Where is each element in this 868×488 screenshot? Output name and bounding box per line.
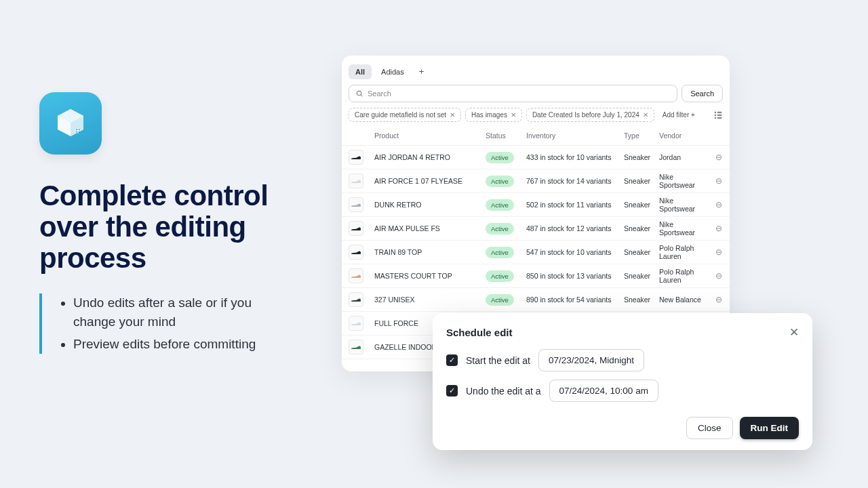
shoe-icon <box>351 296 361 303</box>
close-icon[interactable]: ✕ <box>789 325 799 340</box>
start-date-input[interactable]: 07/23/2024, Midnight <box>538 349 644 371</box>
row-action-icon[interactable]: ⊖ <box>709 200 728 209</box>
type-cell: Sneaker <box>624 153 659 161</box>
svg-rect-10 <box>715 117 716 118</box>
start-checkbox[interactable]: ✓ <box>446 354 458 366</box>
tab-all[interactable]: All <box>349 64 372 79</box>
shoe-icon <box>351 344 361 350</box>
svg-rect-6 <box>715 111 716 113</box>
type-cell: Sneaker <box>624 201 659 209</box>
inventory-cell: 433 in stock for 10 variants <box>526 153 624 161</box>
table-row[interactable]: MASTERS COURT TOPActive850 in stock for … <box>342 264 730 288</box>
col-type: Type <box>624 131 659 140</box>
table-header: Product Status Inventory Type Vendor <box>342 126 730 146</box>
col-status: Status <box>486 131 526 140</box>
headline: Complete control over the editing proces… <box>39 180 297 274</box>
product-thumbnail <box>349 174 363 188</box>
undo-checkbox[interactable]: ✓ <box>446 385 458 396</box>
undo-date-input[interactable]: 07/24/2024, 10:00 am <box>549 380 658 402</box>
type-cell: Sneaker <box>624 296 659 304</box>
status-badge: Active <box>486 294 514 306</box>
status-badge: Active <box>486 152 514 163</box>
product-name: AIR JORDAN 4 RETRO <box>374 153 486 161</box>
col-product: Product <box>374 131 486 140</box>
product-thumbnail <box>349 197 363 212</box>
table-row[interactable]: AIR FORCE 1 07 FLYEASEActive767 in stock… <box>342 169 730 193</box>
product-name: MASTERS COURT TOP <box>374 272 486 280</box>
tab-adidas[interactable]: Adidas <box>374 64 411 79</box>
filter-chip[interactable]: Date Created Is before July 1, 2024 ✕ <box>526 108 654 122</box>
product-thumbnail <box>349 245 363 260</box>
grid-icon <box>713 110 723 120</box>
close-icon[interactable]: ✕ <box>450 111 455 119</box>
table-row[interactable]: AIR MAX PULSE FSActive487 in stock for 1… <box>342 217 730 241</box>
product-thumbnail <box>349 150 363 165</box>
col-vendor: Vendor <box>659 131 709 140</box>
product-name: TRAIN 89 TOP <box>374 248 486 256</box>
add-filter-button[interactable]: Add filter + <box>658 108 699 121</box>
row-action-icon[interactable]: ⊖ <box>709 224 728 233</box>
type-cell: Sneaker <box>624 177 659 185</box>
status-badge: Active <box>486 176 514 187</box>
svg-rect-9 <box>717 114 722 115</box>
shoe-icon <box>351 320 361 327</box>
type-cell: Sneaker <box>624 224 659 232</box>
inventory-cell: 890 in stock for 54 variants <box>526 296 624 304</box>
inventory-cell: 487 in stock for 12 variants <box>526 224 624 232</box>
add-tab-button[interactable]: + <box>414 64 430 79</box>
col-inventory: Inventory <box>526 131 624 140</box>
product-thumbnail <box>349 292 363 307</box>
table-row[interactable]: DUNK RETROActive502 in stock for 11 vari… <box>342 193 730 217</box>
search-button[interactable]: Search <box>682 85 723 102</box>
shoe-icon <box>351 201 361 208</box>
row-action-icon[interactable]: ⊖ <box>709 247 728 257</box>
row-action-icon[interactable]: ⊖ <box>709 152 728 162</box>
inventory-cell: 850 in stock for 13 variants <box>526 272 624 280</box>
close-icon[interactable]: ✕ <box>643 111 648 119</box>
inventory-cell: 767 in stock for 14 variants <box>526 177 624 185</box>
row-action-icon[interactable]: ⊖ <box>709 176 728 186</box>
row-action-icon[interactable]: ⊖ <box>709 271 728 281</box>
modal-title: Schedule edit <box>446 327 513 338</box>
shoe-icon <box>351 154 361 161</box>
bullet-item: Preview edits before committing <box>73 335 297 354</box>
filter-chip[interactable]: Care guide metafield is not set ✕ <box>349 108 461 122</box>
shoe-icon <box>351 249 361 256</box>
close-icon[interactable]: ✕ <box>511 111 516 119</box>
filter-chip-label: Has images <box>471 111 507 119</box>
marketing-panel: Complete control over the editing proces… <box>39 92 297 357</box>
run-edit-button[interactable]: Run Edit <box>740 417 800 439</box>
table-row[interactable]: TRAIN 89 TOPActive547 in stock for 10 va… <box>342 241 730 264</box>
inventory-cell: 502 in stock for 11 variants <box>526 201 624 209</box>
shoe-icon <box>351 225 361 232</box>
close-button[interactable]: Close <box>686 417 733 439</box>
vendor-cell: Polo Ralph Lauren <box>659 244 709 260</box>
view-toggle[interactable] <box>713 110 723 120</box>
row-action-icon[interactable]: ⊖ <box>709 295 728 304</box>
vendor-cell: Nike Sportswear <box>659 197 709 213</box>
bullets-container: Undo edits after a sale or if you change… <box>39 293 297 354</box>
status-badge: Active <box>486 270 514 282</box>
svg-line-5 <box>361 94 362 96</box>
table-row[interactable]: AIR JORDAN 4 RETROActive433 in stock for… <box>342 146 730 169</box>
schedule-edit-modal: Schedule edit ✕ ✓ Start the edit at 07/2… <box>433 313 812 450</box>
cube-icon <box>52 105 89 142</box>
status-badge: Active <box>486 223 514 235</box>
inventory-cell: 547 in stock for 10 variants <box>526 248 624 256</box>
table-row[interactable]: 327 UNISEXActive890 in stock for 54 vari… <box>342 288 730 312</box>
search-input[interactable]: Search <box>349 85 677 102</box>
product-name: 327 UNISEX <box>374 296 486 304</box>
vendor-cell: Polo Ralph Lauren <box>659 268 709 284</box>
shoe-icon <box>351 272 361 279</box>
status-badge: Active <box>486 247 514 258</box>
product-name: AIR MAX PULSE FS <box>374 224 486 232</box>
svg-point-4 <box>357 91 361 95</box>
filter-chip-label: Care guide metafield is not set <box>355 111 446 119</box>
product-thumbnail <box>349 268 363 283</box>
product-name: AIR FORCE 1 07 FLYEASE <box>374 177 486 185</box>
start-label: Start the edit at <box>466 355 530 366</box>
app-icon <box>39 92 102 155</box>
vendor-cell: New Balance <box>659 296 709 304</box>
product-thumbnail <box>349 316 363 331</box>
filter-chip[interactable]: Has images ✕ <box>465 108 522 122</box>
